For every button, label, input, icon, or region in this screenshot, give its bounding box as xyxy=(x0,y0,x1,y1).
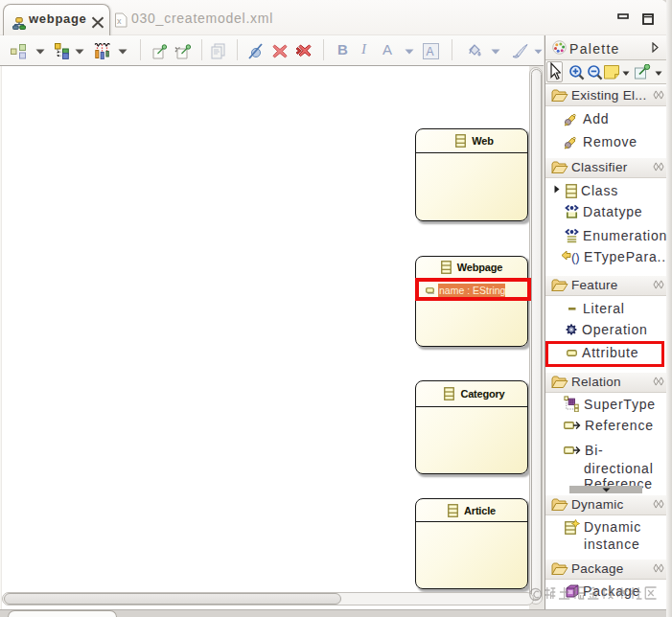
svg-text:(): () xyxy=(571,250,580,264)
svg-text:x: x xyxy=(117,16,122,26)
svg-text:A: A xyxy=(427,45,434,58)
